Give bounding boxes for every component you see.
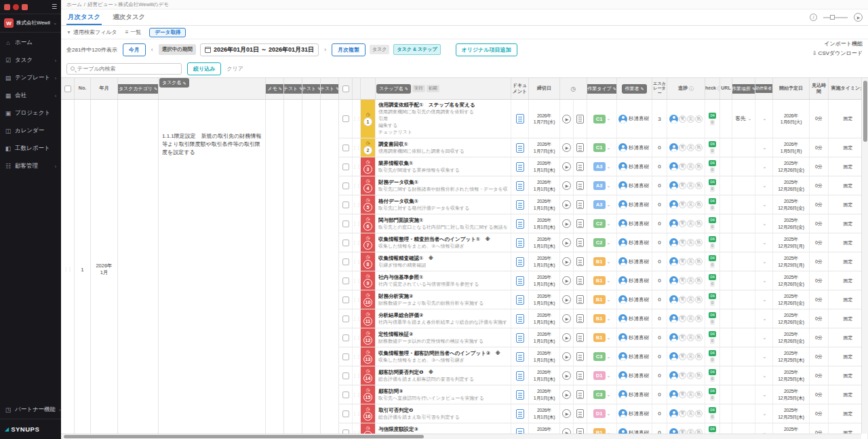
next-period-button[interactable]: › xyxy=(323,46,328,53)
progress-chip[interactable]: 完 xyxy=(687,115,694,123)
assistant-cell[interactable]: ⌄ xyxy=(755,252,773,271)
sidebar-item-home[interactable]: ⌂ホーム xyxy=(0,34,61,52)
progress-cell[interactable]: 実 完 熟 xyxy=(667,404,705,423)
timer-play-icon[interactable]: ▶ xyxy=(562,162,571,171)
document-icon[interactable] xyxy=(516,295,524,305)
work-place-cell[interactable] xyxy=(732,385,755,404)
document-icon[interactable] xyxy=(516,238,524,248)
progress-cell[interactable]: 実 完 熟 xyxy=(667,290,705,309)
work-type-cell[interactable]: C2⌄ xyxy=(587,233,617,252)
progress-chip[interactable]: 熟 xyxy=(695,296,703,303)
deadline-cell[interactable]: 2026年1月1日(木) xyxy=(529,252,560,271)
url-cell[interactable] xyxy=(720,271,732,290)
step-checkbox[interactable] xyxy=(342,278,349,284)
url-cell[interactable] xyxy=(720,404,732,423)
progress-chip[interactable]: 実 xyxy=(679,182,686,189)
progress-chip[interactable]: 熟 xyxy=(695,277,703,284)
worker-cell[interactable]: 杉浦喜樹 xyxy=(617,404,652,423)
timer-play-icon[interactable]: ▶ xyxy=(562,115,571,123)
worker-cell[interactable]: 杉浦喜樹 xyxy=(617,347,652,366)
worker-cell[interactable]: 杉浦喜樹 xyxy=(617,309,652,328)
task-category-cell[interactable] xyxy=(118,100,159,439)
progress-cell[interactable]: 実 完 熟 xyxy=(667,347,705,366)
manual-icon[interactable] xyxy=(576,162,584,171)
drag-handle[interactable]: ⋮⋮ xyxy=(353,297,361,303)
url-cell[interactable] xyxy=(720,347,732,366)
manual-icon[interactable] xyxy=(576,115,584,123)
drag-handle[interactable]: ⋮⋮ xyxy=(353,116,361,121)
worker-cell[interactable]: 杉浦喜樹 xyxy=(617,328,652,347)
step-checkbox[interactable] xyxy=(342,411,349,417)
mode-task-step-toggle[interactable]: タスク & ステップ xyxy=(393,44,440,55)
work-type-cell[interactable]: C3⌄ xyxy=(587,385,617,404)
timer-play-icon[interactable]: ▶ xyxy=(562,352,571,361)
progress-chip[interactable]: 完 xyxy=(687,353,694,360)
assistant-cell[interactable]: ⌄ xyxy=(755,271,773,290)
help-icon[interactable] xyxy=(22,4,28,10)
step-title[interactable]: 格付データ収集① xyxy=(378,198,418,205)
deadline-cell[interactable]: 2026年1月1日(木) xyxy=(529,404,560,423)
check-cell[interactable]: 04 0 xyxy=(705,214,720,233)
drag-handle[interactable]: ⋮⋮ xyxy=(353,354,361,360)
check-cell[interactable]: 04 0 xyxy=(705,176,720,195)
step-title[interactable]: 収集情報整理・顧客訪問担当者へのインプット② ※ xyxy=(378,350,500,357)
worker-cell[interactable]: 杉浦喜樹 xyxy=(617,366,652,385)
assistant-cell[interactable]: ⌄ xyxy=(755,328,773,347)
drag-handle[interactable]: ⋮⋮ xyxy=(353,259,361,265)
drag-handle[interactable]: ⋮⋮ xyxy=(353,335,361,341)
document-icon[interactable] xyxy=(516,390,524,400)
task-test-cell[interactable] xyxy=(284,100,302,439)
timer-play-icon[interactable]: ▶ xyxy=(562,181,571,190)
step-checkbox[interactable] xyxy=(342,373,349,379)
work-type-cell[interactable]: B1⌄ xyxy=(587,271,617,290)
document-icon[interactable] xyxy=(516,114,524,123)
applied-filter-button[interactable]: ▼適用検索フィルタ xyxy=(66,28,117,36)
work-place-cell[interactable] xyxy=(732,271,755,290)
progress-cell[interactable]: 実 完 熟 xyxy=(667,195,705,214)
vertical-scrollbar[interactable] xyxy=(861,78,868,434)
col-header-task-category[interactable]: タスクカテゴリ✎ xyxy=(118,84,159,94)
add-original-field-button[interactable]: オリジナル項目追加 xyxy=(456,43,517,56)
progress-chip[interactable]: 熟 xyxy=(695,115,703,123)
deadline-cell[interactable]: 2026年1月1日(木) xyxy=(529,385,560,404)
col-header-memo[interactable]: メモ✎ xyxy=(266,84,284,94)
step-title[interactable]: 収集情報整理・精査担当者へのインプット① ※ xyxy=(378,236,490,243)
breadcrumb-home[interactable]: ホーム xyxy=(66,1,82,8)
assistant-cell[interactable]: ⌄ xyxy=(755,233,773,252)
work-place-cell[interactable] xyxy=(732,347,755,366)
progress-cell[interactable]: 実 完 熟 xyxy=(667,309,705,328)
check-cell[interactable]: 04 0 xyxy=(705,347,720,366)
progress-chip[interactable]: 熟 xyxy=(695,220,703,227)
progress-chip[interactable]: 完 xyxy=(687,296,694,303)
work-type-badge[interactable]: D1 xyxy=(593,371,606,380)
work-place-cell[interactable] xyxy=(732,157,755,176)
step-checkbox[interactable] xyxy=(342,183,349,189)
work-type-badge[interactable]: B1 xyxy=(593,276,606,285)
work-place-cell[interactable]: 客先⌄ xyxy=(732,100,755,138)
deadline-cell[interactable]: 2026年1月1日(木) xyxy=(529,309,560,328)
initial-filter-chip[interactable]: 初期 xyxy=(427,85,439,92)
progress-chip[interactable]: 完 xyxy=(687,315,694,322)
csv-download-link[interactable]: ⇩ CSVダウンロード xyxy=(812,50,863,57)
work-type-cell[interactable]: D1⌄ xyxy=(587,404,617,423)
list-view-button[interactable]: ≡一覧 xyxy=(125,28,142,36)
drag-handle[interactable]: ⋮⋮ xyxy=(64,267,72,272)
work-place-cell[interactable] xyxy=(732,233,755,252)
progress-chip[interactable]: 完 xyxy=(687,144,694,151)
url-cell[interactable] xyxy=(720,100,732,138)
worker-cell[interactable]: 杉浦喜樹 xyxy=(617,290,652,309)
work-type-badge[interactable]: A3 xyxy=(593,181,606,190)
drag-handle[interactable]: ⋮⋮ xyxy=(353,411,361,417)
drag-handle[interactable]: ⋮⋮ xyxy=(353,183,361,189)
progress-cell[interactable]: 実 完 熟 xyxy=(667,138,705,157)
work-type-badge[interactable]: A3 xyxy=(593,200,606,209)
work-place-cell[interactable] xyxy=(732,404,755,423)
step-title[interactable]: 与信限度額設定③ xyxy=(378,426,418,433)
progress-chip[interactable]: 熟 xyxy=(695,410,703,417)
step-title[interactable]: 定性情報検証② xyxy=(378,331,413,338)
progress-cell[interactable]: 実 完 熟 xyxy=(667,252,705,271)
step-title[interactable]: 取引可否判定❷ xyxy=(378,407,413,414)
document-icon[interactable] xyxy=(516,257,524,267)
col-header-work-type[interactable]: 作業タイプ✎ xyxy=(587,84,617,94)
timer-play-icon[interactable]: ▶ xyxy=(562,409,571,418)
